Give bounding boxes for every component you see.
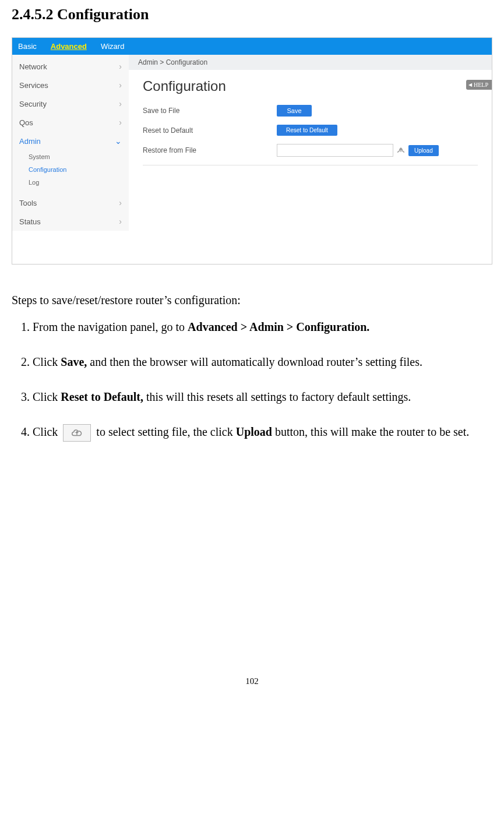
section-heading: 2.4.5.2 Configuration [12, 6, 492, 23]
sidebar-item-services[interactable]: Services › [12, 76, 129, 94]
page-number: 102 [12, 676, 492, 686]
label-save-to-file: Save to File [143, 107, 277, 115]
sidebar-label: Network [19, 62, 47, 71]
sidebar-label: Admin [19, 137, 41, 146]
file-select-icon[interactable] [394, 144, 407, 157]
tab-advanced[interactable]: Advanced [51, 41, 87, 52]
step-bold: Advanced > Admin > Configuration. [188, 320, 369, 333]
page-title: Configuration [143, 78, 478, 94]
tab-bar: Basic Advanced Wizard [12, 38, 492, 55]
step-text: Click [33, 425, 61, 438]
chevron-right-icon: › [119, 118, 122, 127]
step-text: Click [33, 390, 61, 403]
sidebar-sub-system[interactable]: System [12, 150, 129, 163]
intro-text: Steps to save/reset/restore router’s con… [12, 294, 492, 307]
step-4: Click to select setting file, the click … [33, 420, 492, 443]
step-bold: Upload [236, 425, 272, 438]
step-bold: Save, [61, 355, 87, 368]
router-ui-screenshot: Basic Advanced Wizard Network › Services… [12, 37, 492, 265]
chevron-right-icon: › [119, 198, 122, 207]
save-button[interactable]: Save [277, 105, 312, 117]
sidebar-label: Services [19, 81, 48, 90]
step-text: Click [33, 355, 61, 368]
step-text: button, this will make the router to be … [272, 425, 469, 438]
step-1: From the navigation panel, go to Advance… [33, 315, 492, 339]
breadcrumb: Admin > Configuration [129, 55, 492, 70]
chevron-right-icon: › [119, 62, 122, 71]
row-reset: Reset to Default Reset to Default [143, 125, 478, 136]
label-restore-from-file: Restore from File [143, 146, 277, 154]
tab-basic[interactable]: Basic [18, 41, 37, 52]
sidebar-item-qos[interactable]: Qos › [12, 113, 129, 132]
sidebar-label: Qos [19, 118, 33, 127]
row-restore: Restore from File Upload [143, 144, 478, 157]
reset-button[interactable]: Reset to Default [277, 125, 337, 136]
file-path-input[interactable] [277, 144, 393, 157]
sidebar-sub-configuration[interactable]: Configuration [12, 163, 129, 176]
step-bold: Reset to Default, [61, 390, 143, 403]
sidebar-item-tools[interactable]: Tools › [12, 193, 129, 212]
tab-wizard[interactable]: Wizard [101, 41, 124, 52]
sidebar-sub-log[interactable]: Log [12, 176, 129, 189]
chevron-right-icon: › [119, 80, 122, 90]
upload-button[interactable]: Upload [408, 145, 439, 156]
label-reset-to-default: Reset to Default [143, 126, 277, 135]
chevron-right-icon: › [119, 217, 122, 226]
step-text: and then the browser will automatically … [87, 355, 422, 368]
sidebar-item-network[interactable]: Network › [12, 57, 129, 76]
help-label: HELP [474, 82, 488, 88]
divider [143, 165, 478, 165]
help-tab[interactable]: HELP [466, 80, 492, 90]
step-text: this will this resets all settings to fa… [143, 390, 411, 403]
sidebar-item-security[interactable]: Security › [12, 94, 129, 113]
chevron-right-icon: › [119, 99, 122, 108]
sidebar-item-admin[interactable]: Admin ⌄ [12, 132, 129, 150]
step-text: From the navigation panel, go to [33, 320, 188, 333]
sidebar-label: Status [19, 217, 41, 226]
upload-cloud-icon [63, 424, 91, 442]
steps-list: From the navigation panel, go to Advance… [12, 315, 492, 443]
row-save: Save to File Save [143, 105, 478, 117]
chevron-down-icon: ⌄ [115, 136, 122, 146]
sidebar-item-status[interactable]: Status › [12, 212, 129, 231]
step-text: to select setting file, the click [93, 425, 235, 438]
content-area: Admin > Configuration Configuration Save… [129, 55, 492, 231]
step-2: Click Save, and then the browser will au… [33, 350, 492, 373]
sidebar-label: Security [19, 100, 47, 108]
sidebar-label: Tools [19, 199, 37, 207]
sidebar: Network › Services › Security › Qos › Ad… [12, 55, 129, 231]
step-3: Click Reset to Default, this will this r… [33, 385, 492, 408]
